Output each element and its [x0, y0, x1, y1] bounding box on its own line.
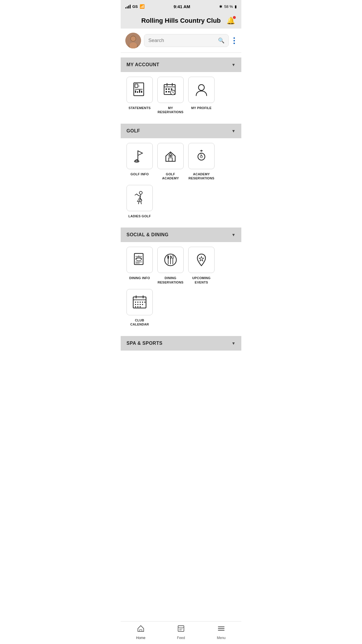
golf-academy-label: GOLFACADEMY	[162, 172, 179, 181]
my-reservations-label: MYRESERVATIONS	[158, 106, 184, 114]
statements-icon: $	[131, 82, 148, 98]
battery-label: 58 %	[224, 4, 233, 9]
chevron-down-icon: ▼	[231, 62, 236, 67]
svg-point-63	[137, 302, 138, 303]
club-calendar-label: CLUBCALENDAR	[130, 318, 149, 327]
dining-info-item[interactable]: DINING INFO	[126, 247, 153, 284]
dining-reservations-label: DININGRESERVATIONS	[158, 276, 184, 284]
golf-academy-icon-box	[157, 143, 184, 169]
ladies-golf-item[interactable]: LADIES GOLF	[126, 185, 153, 218]
battery-icon: ▮	[235, 4, 237, 9]
dining-info-label: DINING INFO	[129, 276, 150, 280]
status-right: ✱ 58 % ▮	[219, 4, 237, 9]
academy-reservations-item[interactable]: ACADEMYRESERVATIONS	[188, 143, 215, 181]
golf-info-icon	[131, 148, 148, 164]
statements-label: STATEMENTS	[129, 106, 151, 110]
svg-point-26	[198, 85, 204, 90]
my-profile-icon	[193, 82, 210, 98]
svg-point-3	[131, 36, 136, 41]
upcoming-events-item[interactable]: UPCOMINGEVENTS	[188, 247, 215, 284]
ladies-golf-icon	[131, 190, 148, 206]
signal-icon	[125, 4, 131, 8]
academy-reservations-icon-box	[188, 143, 215, 169]
section-header-spa-sports[interactable]: SPA & SPORTS ▼	[121, 336, 241, 351]
svg-marker-57	[199, 256, 204, 261]
section-title-social-dining: SOCIAL & DINING	[126, 232, 168, 237]
bell-icon: 🔔	[226, 17, 235, 25]
status-left: GS 📶	[125, 4, 145, 9]
club-calendar-icon	[131, 294, 148, 310]
dining-reservations-icon-box	[157, 247, 184, 273]
avatar[interactable]	[125, 33, 141, 48]
svg-rect-12	[141, 91, 142, 93]
my-reservations-icon	[162, 82, 179, 98]
statements-item[interactable]: $ STATEMENTS	[126, 77, 153, 114]
more-options-button[interactable]	[232, 36, 237, 46]
svg-point-73	[140, 306, 141, 307]
search-icon: 🔍	[218, 37, 224, 44]
section-title-my-account: MY ACCOUNT	[126, 62, 159, 67]
svg-rect-21	[168, 91, 170, 92]
golf-academy-item[interactable]: GOLFACADEMY	[157, 143, 184, 181]
my-reservations-item[interactable]: MYRESERVATIONS	[157, 77, 184, 114]
svg-point-69	[140, 304, 141, 305]
section-header-social-dining[interactable]: SOCIAL & DINING ▼	[121, 228, 241, 242]
svg-text:$: $	[138, 85, 140, 87]
notification-button[interactable]: 🔔	[225, 15, 237, 27]
dining-info-icon-box	[126, 247, 153, 273]
svg-point-67	[135, 304, 136, 305]
svg-point-65	[142, 302, 143, 303]
chevron-down-icon-spa: ▼	[231, 341, 236, 346]
svg-rect-19	[171, 88, 172, 90]
golf-info-item[interactable]: GOLF INFO	[126, 143, 153, 181]
svg-rect-17	[166, 88, 167, 90]
app-title: Rolling Hills Country Club	[141, 17, 221, 24]
app-header: Rolling Hills Country Club 🔔	[121, 13, 241, 29]
section-title-golf: GOLF	[126, 128, 140, 134]
svg-rect-18	[168, 88, 170, 90]
section-header-my-account[interactable]: MY ACCOUNT ▼	[121, 57, 241, 72]
ladies-golf-label: LADIES GOLF	[128, 214, 151, 218]
bluetooth-icon: ✱	[219, 4, 222, 9]
svg-point-64	[140, 302, 141, 303]
search-input[interactable]	[148, 38, 216, 43]
academy-reservations-icon	[193, 148, 210, 164]
svg-rect-9	[135, 90, 136, 93]
dining-reservations-item[interactable]: DININGRESERVATIONS	[157, 247, 184, 284]
svg-rect-30	[169, 158, 172, 161]
academy-reservations-label: ACADEMYRESERVATIONS	[189, 172, 215, 181]
section-header-golf[interactable]: GOLF ▼	[121, 124, 241, 138]
svg-point-70	[142, 304, 143, 305]
svg-rect-20	[166, 91, 167, 92]
svg-point-41	[139, 191, 142, 194]
golf-grid: GOLF INFO GOLFACADEMY	[121, 138, 241, 223]
section-title-spa-sports: SPA & SPORTS	[126, 341, 162, 346]
upcoming-events-icon-box	[188, 247, 215, 273]
svg-line-40	[201, 153, 201, 157]
upcoming-events-icon	[193, 252, 210, 268]
search-wrapper[interactable]: 🔍	[144, 34, 229, 47]
svg-point-66	[144, 302, 145, 303]
svg-rect-10	[137, 91, 138, 93]
upcoming-events-label: UPCOMINGEVENTS	[192, 276, 211, 284]
chevron-down-icon-golf: ▼	[231, 129, 236, 133]
svg-point-72	[137, 306, 138, 307]
dining-reservations-icon	[162, 252, 179, 268]
my-profile-label: MY PROFILE	[191, 106, 212, 110]
my-profile-item[interactable]: MY PROFILE	[188, 77, 215, 114]
statements-icon-box: $	[126, 77, 153, 103]
svg-point-71	[135, 306, 136, 307]
golf-academy-icon	[162, 148, 179, 164]
svg-line-43	[141, 202, 141, 204]
status-bar: GS 📶 9:41 AM ✱ 58 % ▮	[121, 0, 241, 13]
dining-info-icon	[131, 252, 148, 268]
svg-rect-11	[139, 90, 140, 93]
svg-rect-6	[135, 84, 138, 88]
ladies-golf-icon-box	[126, 185, 153, 211]
wifi-icon: 📶	[140, 4, 145, 9]
chevron-down-icon-social: ▼	[231, 232, 236, 237]
golf-info-label: GOLF INFO	[131, 172, 149, 176]
club-calendar-item[interactable]: CLUBCALENDAR	[126, 289, 153, 327]
social-dining-grid: DINING INFO DIN	[121, 242, 241, 331]
my-reservations-icon-box	[157, 77, 184, 103]
